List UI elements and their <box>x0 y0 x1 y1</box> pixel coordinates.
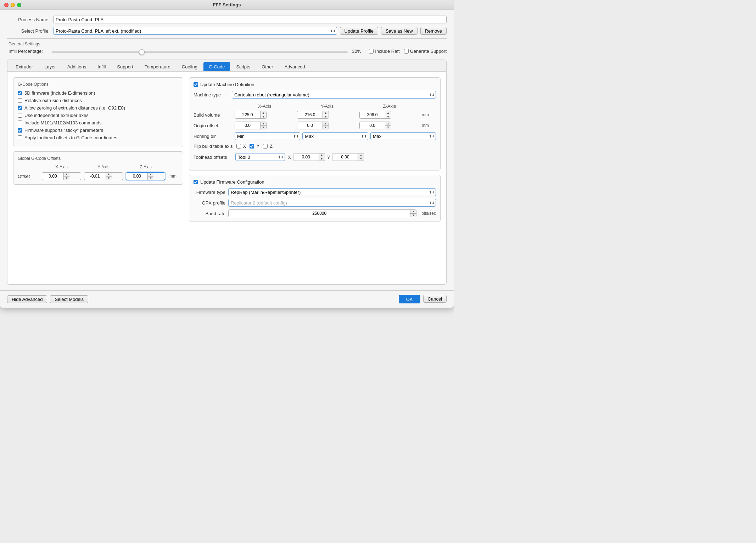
origin-x-input[interactable] <box>235 122 260 129</box>
offset-y-input[interactable] <box>84 173 106 180</box>
build-x-down[interactable]: ▼ <box>261 115 266 119</box>
profile-select[interactable]: Proto-Pasta Cond. PLA left ext. (modifie… <box>53 27 337 35</box>
process-name-input[interactable] <box>53 16 447 23</box>
left-panel: G-Code Options 5D firmware (include E-di… <box>13 77 183 279</box>
build-z-input[interactable] <box>360 111 385 118</box>
y-axis-header: Y-Axis <box>297 103 357 109</box>
include-raft-checkbox[interactable] <box>369 49 374 54</box>
independent-extruder-checkbox[interactable] <box>18 113 22 118</box>
homing-y-select[interactable]: Min Max <box>302 132 368 140</box>
toolhead-y-up[interactable]: ▲ <box>358 153 364 157</box>
offset-y-down[interactable]: ▼ <box>106 177 112 180</box>
origin-z-down[interactable]: ▼ <box>385 126 391 129</box>
tab-temperature[interactable]: Temperature <box>139 62 176 71</box>
tab-extruder[interactable]: Extruder <box>10 62 38 71</box>
flip-z-checkbox[interactable] <box>263 144 268 149</box>
window: FFF Settings Process Name: Select Profil… <box>0 0 454 308</box>
relative-extrusion-checkbox[interactable] <box>18 98 22 103</box>
ok-button[interactable]: OK <box>399 295 420 303</box>
homing-z-select[interactable]: Min Max <box>370 132 436 140</box>
offset-z-down[interactable]: ▼ <box>148 177 153 180</box>
checkbox-5d-firmware: 5D firmware (include E-dimension) <box>18 90 179 96</box>
update-firmware-checkbox[interactable] <box>194 180 198 184</box>
flip-x-label: X <box>243 144 246 149</box>
bottom-left: Hide Advanced Select Models <box>7 295 88 303</box>
maximize-button[interactable] <box>17 3 21 7</box>
baud-rate-input[interactable] <box>229 210 410 217</box>
gpx-profile-row: GPX profile Replicator 2 (default config… <box>194 199 436 207</box>
gpx-profile-select[interactable]: Replicator 2 (default config) <box>228 199 436 207</box>
tab-layer[interactable]: Layer <box>39 62 61 71</box>
build-y-down[interactable]: ▼ <box>323 115 329 119</box>
flip-y-checkbox[interactable] <box>250 144 254 149</box>
tab-cooling[interactable]: Cooling <box>177 62 203 71</box>
update-profile-button[interactable]: Update Profile <box>340 27 378 35</box>
origin-z-up[interactable]: ▲ <box>385 122 391 126</box>
tab-other[interactable]: Other <box>256 62 279 71</box>
minimize-button[interactable] <box>11 3 15 7</box>
offset-x-input[interactable] <box>42 173 63 180</box>
build-z-up[interactable]: ▲ <box>385 111 391 115</box>
toolhead-y-down[interactable]: ▼ <box>358 157 364 161</box>
flip-row: Flip build table axis X Y <box>194 144 436 149</box>
offset-z-input[interactable] <box>126 173 147 180</box>
update-machine-box: Update Machine Definition Machine type C… <box>189 77 441 170</box>
baud-rate-down[interactable]: ▼ <box>410 214 416 217</box>
toolhead-x-input[interactable] <box>293 153 319 161</box>
toolhead-offsets-checkbox[interactable] <box>18 135 22 140</box>
build-x-input[interactable] <box>235 111 260 118</box>
close-button[interactable] <box>4 3 9 7</box>
infill-slider[interactable] <box>52 51 348 53</box>
offset-y-up[interactable]: ▲ <box>106 173 112 177</box>
save-as-new-button[interactable]: Save as New <box>381 27 418 35</box>
flip-x-checkbox[interactable] <box>236 144 241 149</box>
flip-x-group: X <box>236 144 246 149</box>
cancel-button[interactable]: Cancel <box>423 295 447 303</box>
tab-gcode[interactable]: G-Code <box>203 62 230 71</box>
homing-x-select[interactable]: Min Max <box>235 132 300 140</box>
update-machine-checkbox[interactable] <box>194 82 198 87</box>
infill-row: Infill Percentage: 30% Include Raft Gene… <box>7 49 447 54</box>
offset-z-up[interactable]: ▲ <box>148 173 153 177</box>
flip-y-label: Y <box>256 144 259 149</box>
tab-additions[interactable]: Additions <box>62 62 91 71</box>
baud-rate-up[interactable]: ▲ <box>410 210 416 214</box>
sticky-params-checkbox[interactable] <box>18 128 22 133</box>
homing-y-select-wrapper: Min Max ⬆⬇ <box>302 132 368 140</box>
build-z-down[interactable]: ▼ <box>385 115 391 119</box>
remove-button[interactable]: Remove <box>420 27 447 35</box>
5d-firmware-checkbox[interactable] <box>18 91 22 95</box>
origin-x-up[interactable]: ▲ <box>261 122 266 126</box>
toolhead-y-input[interactable] <box>332 153 358 161</box>
select-models-button[interactable]: Select Models <box>50 295 88 303</box>
infill-label: Infill Percentage: <box>9 49 47 54</box>
build-z-wrapper: ▲ ▼ <box>359 111 391 119</box>
machine-type-select[interactable]: Cartesian robot (rectangular volume) <box>232 91 436 99</box>
tab-support[interactable]: Support <box>112 62 139 71</box>
hide-advanced-button[interactable]: Hide Advanced <box>7 295 47 303</box>
toolhead-x-up[interactable]: ▲ <box>319 153 325 157</box>
origin-y-input[interactable] <box>297 122 323 129</box>
tab-scripts[interactable]: Scripts <box>231 62 256 71</box>
origin-x-down[interactable]: ▼ <box>261 126 266 129</box>
offset-x-header: X-Axis <box>42 164 81 169</box>
tab-infill[interactable]: Infill <box>92 62 111 71</box>
toolhead-x-down[interactable]: ▼ <box>319 157 325 161</box>
firmware-type-select[interactable]: RepRap (Marlin/Repetier/Sprinter) <box>228 188 436 196</box>
axes-headers: X-Axis Y-Axis Z-Axis <box>194 103 436 109</box>
offset-x-down[interactable]: ▼ <box>64 177 69 180</box>
toolhead-select[interactable]: Tool 0 <box>235 153 285 161</box>
baud-rate-row: Baud rate ▲ ▼ bits/sec <box>194 209 436 217</box>
origin-y-up[interactable]: ▲ <box>323 122 329 126</box>
m101-checkbox[interactable] <box>18 121 22 125</box>
offset-x-up[interactable]: ▲ <box>64 173 69 177</box>
build-x-up[interactable]: ▲ <box>261 111 266 115</box>
build-y-input[interactable] <box>297 111 323 118</box>
origin-y-down[interactable]: ▼ <box>323 126 329 129</box>
tab-advanced[interactable]: Advanced <box>279 62 310 71</box>
allow-zeroing-checkbox[interactable] <box>18 106 22 110</box>
origin-z-input[interactable] <box>360 122 385 129</box>
generate-support-checkbox[interactable] <box>404 49 409 54</box>
build-y-up[interactable]: ▲ <box>323 111 329 115</box>
z-axis-header: Z-Axis <box>359 103 420 109</box>
